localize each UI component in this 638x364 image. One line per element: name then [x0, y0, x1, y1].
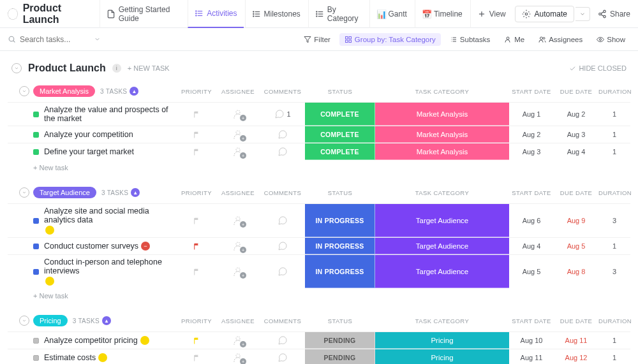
status-cell[interactable]: COMPLETE — [305, 126, 375, 143]
col-priority[interactable]: PRIORITY — [177, 189, 216, 196]
view-tab-activities[interactable]: Activities — [188, 0, 243, 28]
due-date-cell[interactable]: Aug 3 — [554, 126, 598, 143]
assignee-cell[interactable]: + — [216, 332, 260, 349]
category-cell[interactable]: Pricing — [375, 332, 509, 349]
status-square[interactable] — [33, 338, 39, 344]
col-due-date[interactable]: DUE DATE — [554, 88, 598, 95]
category-cell[interactable]: Market Analysis — [375, 103, 509, 126]
collapse-all-icon[interactable] — [11, 63, 22, 73]
status-cell[interactable]: IN PROGRESS — [305, 255, 375, 288]
col-task-category[interactable]: TASK CATEGORY — [375, 189, 509, 196]
status-square[interactable] — [33, 149, 39, 155]
new-task-row[interactable]: + New task — [8, 288, 630, 303]
col-priority[interactable]: PRIORITY — [177, 88, 216, 95]
status-square[interactable] — [33, 269, 39, 275]
assignee-cell[interactable]: + — [216, 126, 260, 143]
col-due-date[interactable]: DUE DATE — [554, 317, 598, 324]
start-date-cell[interactable]: Aug 11 — [509, 349, 554, 364]
col-start-date[interactable]: START DATE — [509, 88, 554, 95]
group-pill[interactable]: Market Analysis — [33, 85, 95, 97]
due-date-cell[interactable]: Aug 2 — [554, 103, 598, 126]
status-cell[interactable]: IN PROGRESS — [305, 238, 375, 254]
category-cell[interactable]: Market Analysis — [375, 143, 509, 160]
status-cell[interactable]: COMPLETE — [305, 143, 375, 160]
duration-cell[interactable]: 3 — [598, 255, 630, 288]
col-assignee[interactable]: ASSIGNEE — [216, 189, 260, 196]
task-row[interactable]: Analyze your competition+COMPLETEMarket … — [8, 126, 630, 143]
status-square[interactable] — [33, 112, 39, 117]
automate-dropdown[interactable] — [575, 7, 590, 21]
info-icon[interactable]: i — [112, 64, 121, 73]
status-cell[interactable]: PENDING — [305, 349, 375, 364]
hide-closed-button[interactable]: HIDE CLOSED — [569, 64, 627, 72]
filter-chip[interactable]: Filter — [299, 33, 336, 46]
start-date-cell[interactable]: Aug 4 — [509, 238, 554, 254]
view-tab-timeline[interactable]: 📅Timeline — [415, 0, 469, 28]
col-assignee[interactable]: ASSIGNEE — [216, 88, 260, 95]
collapse-icon[interactable] — [19, 86, 29, 96]
col-task-category[interactable]: TASK CATEGORY — [375, 317, 509, 324]
task-row[interactable]: Analyze the value and prospects of the m… — [8, 102, 630, 126]
duration-cell[interactable]: 1 — [598, 332, 630, 349]
group-pill[interactable]: Target Audience — [33, 187, 96, 198]
col-comments[interactable]: COMMENTS — [260, 317, 305, 324]
view-tab-getting-started-guide[interactable]: Getting Started Guide — [100, 0, 186, 28]
due-date-cell[interactable]: Aug 12 — [554, 349, 598, 364]
col-duration[interactable]: DURATION — [598, 88, 630, 95]
comments-cell[interactable] — [260, 349, 305, 364]
due-date-cell[interactable]: Aug 4 — [554, 143, 598, 160]
assignee-cell[interactable]: + — [216, 143, 260, 160]
category-cell[interactable]: Target Audience — [375, 238, 509, 254]
priority-cell[interactable] — [177, 204, 216, 237]
assignees-chip[interactable]: Assignees — [533, 33, 588, 46]
show-chip[interactable]: Show — [591, 33, 630, 46]
assignee-cell[interactable]: + — [216, 255, 260, 288]
view-tab-gantt[interactable]: 📊Gantt — [369, 0, 413, 28]
task-row[interactable]: Define your target market+COMPLETEMarket… — [8, 143, 630, 160]
comments-cell[interactable] — [260, 143, 305, 160]
category-cell[interactable]: Market Analysis — [375, 126, 509, 143]
sort-icon[interactable]: ▲ — [130, 87, 138, 96]
view-tab-by-category[interactable]: By Category — [308, 0, 368, 28]
duration-cell[interactable]: 3 — [598, 204, 630, 237]
col-status[interactable]: STATUS — [305, 189, 375, 196]
assignee-cell[interactable]: + — [216, 238, 260, 254]
priority-cell[interactable] — [177, 238, 216, 254]
duration-cell[interactable]: 1 — [598, 349, 630, 364]
start-date-cell[interactable]: Aug 5 — [509, 255, 554, 288]
task-row[interactable]: Conduct customer surveys−+IN PROGRESSTar… — [8, 237, 630, 254]
collapse-icon[interactable] — [19, 316, 29, 326]
status-cell[interactable]: PENDING — [305, 332, 375, 349]
new-task-button[interactable]: + NEW TASK — [128, 64, 170, 72]
collapse-icon[interactable] — [19, 187, 29, 198]
duration-cell[interactable]: 1 — [598, 143, 630, 160]
task-row[interactable]: Analyze site and social media analytics … — [8, 203, 630, 237]
task-row[interactable]: Analyze competitor pricing+PENDINGPricin… — [8, 331, 630, 349]
start-date-cell[interactable]: Aug 3 — [509, 143, 554, 160]
col-status[interactable]: STATUS — [305, 317, 375, 324]
category-cell[interactable]: Target Audience — [375, 204, 509, 237]
duration-cell[interactable]: 1 — [598, 103, 630, 126]
col-assignee[interactable]: ASSIGNEE — [216, 317, 260, 324]
due-date-cell[interactable]: Aug 8 — [554, 255, 598, 288]
status-square[interactable] — [33, 355, 39, 361]
col-priority[interactable]: PRIORITY — [177, 317, 216, 324]
sort-icon[interactable]: ▲ — [102, 316, 111, 325]
comments-cell[interactable] — [260, 126, 305, 143]
search-input[interactable] — [20, 35, 90, 44]
start-date-cell[interactable]: Aug 1 — [509, 103, 554, 126]
start-date-cell[interactable]: Aug 2 — [509, 126, 554, 143]
status-square[interactable] — [33, 132, 39, 138]
priority-cell[interactable] — [177, 126, 216, 143]
assignee-cell[interactable]: + — [216, 349, 260, 364]
status-square[interactable] — [33, 218, 39, 224]
new-task-row[interactable]: + New task — [8, 160, 630, 175]
task-row[interactable]: Conduct in-person and telephone intervie… — [8, 254, 630, 288]
col-start-date[interactable]: START DATE — [509, 317, 554, 324]
priority-cell[interactable] — [177, 143, 216, 160]
due-date-cell[interactable]: Aug 9 — [554, 204, 598, 237]
sort-icon[interactable]: ▲ — [131, 188, 140, 197]
col-comments[interactable]: COMMENTS — [260, 189, 305, 196]
col-duration[interactable]: DURATION — [598, 189, 630, 196]
group-pill[interactable]: Pricing — [33, 315, 68, 326]
